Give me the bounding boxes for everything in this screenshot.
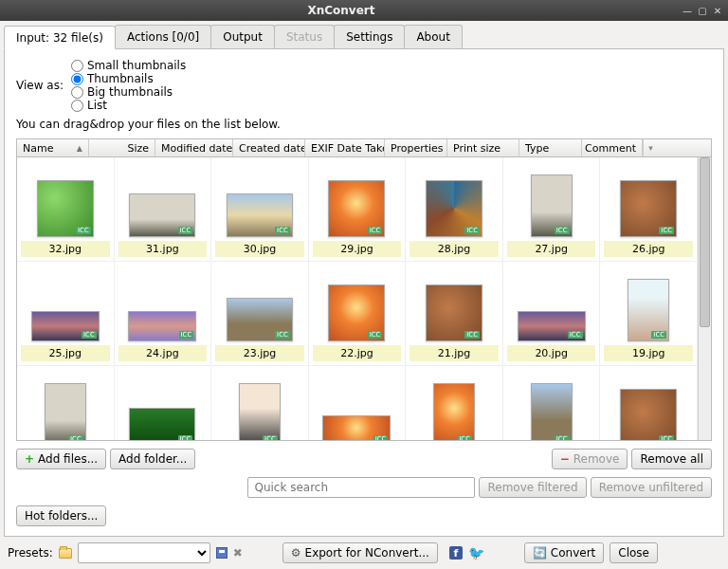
- twitter-icon[interactable]: 🐦: [468, 545, 484, 560]
- export-nconvert-button[interactable]: ⚙Export for NConvert...: [282, 542, 438, 563]
- view-radio-0[interactable]: [71, 60, 83, 72]
- thumbnail-cell[interactable]: ICC24.jpg: [115, 262, 212, 366]
- thumbnail-cell[interactable]: ICC23.jpg: [211, 262, 309, 366]
- save-preset-icon[interactable]: [216, 547, 228, 559]
- column-header-exif-date-take[interactable]: EXIF Date Take: [305, 139, 385, 156]
- icc-badge: ICC: [464, 331, 480, 339]
- thumbnail-image: ICC: [129, 193, 195, 237]
- vertical-scrollbar[interactable]: [698, 157, 711, 440]
- window-body: Input: 32 file(s)Actions [0/0]OutputStat…: [0, 21, 728, 569]
- thumbnail-filename: 20.jpg: [507, 345, 596, 361]
- thumbnail-image: ICC: [518, 311, 586, 341]
- thumbnail-cell[interactable]: ICC28.jpg: [406, 157, 503, 262]
- thumbnail-cell[interactable]: ICC19.jpg: [600, 262, 698, 366]
- icc-badge: ICC: [651, 331, 666, 339]
- view-radio-3[interactable]: [71, 100, 83, 112]
- thumbnail-filename: 24.jpg: [118, 345, 208, 361]
- thumbnail-grid[interactable]: ICC32.jpgICC31.jpgICC30.jpgICC29.jpgICC2…: [17, 157, 698, 440]
- titlebar: XnConvert — ▢ ✕: [0, 0, 728, 21]
- view-radio-2[interactable]: [71, 86, 83, 99]
- thumbnail-cell[interactable]: ICC29.jpg: [309, 157, 407, 262]
- column-config-icon[interactable]: ▾: [643, 139, 658, 156]
- thumbnail-cell[interactable]: ICC25.jpg: [17, 262, 115, 366]
- thumbnail-cell[interactable]: ICC31.jpg: [115, 157, 212, 262]
- view-option-2[interactable]: Big thumbnails: [71, 85, 186, 99]
- delete-preset-icon[interactable]: ✖: [233, 546, 243, 560]
- icc-badge: ICC: [555, 435, 570, 440]
- tab-1[interactable]: Actions [0/0]: [115, 25, 211, 48]
- view-option-0[interactable]: Small thumbnails: [71, 59, 186, 72]
- column-header-properties[interactable]: Properties: [385, 139, 447, 156]
- thumbnail-image: ICC: [531, 174, 573, 237]
- icc-badge: ICC: [178, 435, 193, 440]
- folder-icon[interactable]: [59, 548, 72, 559]
- column-header-modified-date[interactable]: Modified date: [155, 139, 233, 156]
- tab-5[interactable]: About: [404, 25, 462, 48]
- thumbnail-cell[interactable]: ICC20.jpg: [503, 262, 601, 366]
- thumbnail-image: ICC: [227, 298, 293, 341]
- tab-0[interactable]: Input: 32 file(s): [4, 26, 116, 49]
- column-header-type[interactable]: Type: [519, 139, 582, 156]
- convert-button[interactable]: 🔄Convert: [524, 542, 604, 563]
- thumbnail-cell[interactable]: ICC16.jpg: [211, 366, 309, 440]
- thumbnail-cell[interactable]: ICC12.jpg: [600, 366, 698, 440]
- column-header-print-size[interactable]: Print size: [447, 139, 519, 156]
- hot-folders-button[interactable]: Hot folders...: [16, 505, 106, 526]
- column-header-created-date[interactable]: Created date: [233, 139, 305, 156]
- thumbnail-cell[interactable]: ICC14.jpg: [406, 366, 503, 440]
- thumbnail-cell[interactable]: ICC15.jpg: [309, 366, 407, 440]
- thumbnail-filename: 27.jpg: [507, 241, 596, 257]
- thumbnail-cell[interactable]: ICC13.jpg: [503, 366, 601, 440]
- close-button[interactable]: Close: [610, 542, 658, 563]
- add-folder-button[interactable]: Add folder...: [110, 449, 195, 469]
- icc-badge: ICC: [263, 435, 278, 440]
- thumbnail-filename: 23.jpg: [215, 345, 304, 361]
- thumbnail-cell[interactable]: ICC17.jpg: [115, 366, 212, 440]
- minus-icon: −: [560, 452, 570, 466]
- facebook-icon[interactable]: f: [449, 546, 463, 560]
- thumbnail-cell[interactable]: ICC32.jpg: [17, 157, 115, 262]
- close-icon[interactable]: ✕: [711, 4, 724, 17]
- hot-folders-row: Hot folders...: [16, 505, 712, 526]
- remove-all-button[interactable]: Remove all: [631, 449, 712, 469]
- thumbnail-image: ICC: [426, 284, 482, 341]
- presets-select[interactable]: [78, 542, 210, 563]
- maximize-icon[interactable]: ▢: [696, 4, 709, 17]
- thumbnail-image: ICC: [426, 180, 482, 237]
- thumbnail-filename: 28.jpg: [410, 241, 499, 257]
- thumbnail-cell[interactable]: ICC30.jpg: [211, 157, 309, 262]
- icc-badge: ICC: [82, 331, 97, 339]
- thumbnail-cell[interactable]: ICC27.jpg: [503, 157, 601, 262]
- quick-search-input[interactable]: [247, 477, 475, 498]
- icc-badge: ICC: [179, 331, 194, 339]
- view-as-row: View as: Small thumbnailsThumbnailsBig t…: [16, 59, 712, 112]
- icc-badge: ICC: [659, 227, 674, 234]
- thumbnail-image: ICC: [45, 383, 86, 440]
- tab-2[interactable]: Output: [210, 25, 275, 48]
- thumbnail-cell[interactable]: ICC26.jpg: [600, 157, 698, 262]
- column-headers: Name▲SizeModified dateCreated dateEXIF D…: [16, 138, 712, 157]
- thumbnail-image: ICC: [531, 383, 573, 440]
- column-header-size[interactable]: Size: [89, 139, 155, 156]
- scrollbar-handle[interactable]: [700, 157, 710, 327]
- presets-label: Presets:: [8, 546, 53, 560]
- file-buttons-row: +Add files... Add folder... −Remove Remo…: [16, 449, 712, 469]
- thumbnail-cell[interactable]: ICC18.jpg: [17, 366, 115, 440]
- thumbnail-filename: 26.jpg: [604, 241, 693, 257]
- thumbnail-image: ICC: [227, 193, 293, 237]
- tab-4[interactable]: Settings: [334, 25, 405, 48]
- thumbnail-cell[interactable]: ICC22.jpg: [309, 262, 407, 366]
- view-radio-1[interactable]: [71, 73, 83, 85]
- column-header-comment[interactable]: Comment: [582, 139, 643, 156]
- add-files-button[interactable]: +Add files...: [16, 449, 106, 469]
- icc-badge: ICC: [373, 435, 389, 440]
- view-option-1[interactable]: Thumbnails: [71, 72, 186, 85]
- thumbnail-cell[interactable]: ICC21.jpg: [406, 262, 503, 366]
- icc-badge: ICC: [275, 331, 290, 339]
- thumbnail-image: ICC: [628, 279, 669, 341]
- icc-badge: ICC: [659, 435, 674, 440]
- view-option-3[interactable]: List: [71, 99, 186, 112]
- minimize-icon[interactable]: —: [681, 4, 694, 17]
- drag-drop-hint: You can drag&drop your files on the list…: [16, 118, 712, 131]
- column-header-name[interactable]: Name▲: [17, 139, 89, 156]
